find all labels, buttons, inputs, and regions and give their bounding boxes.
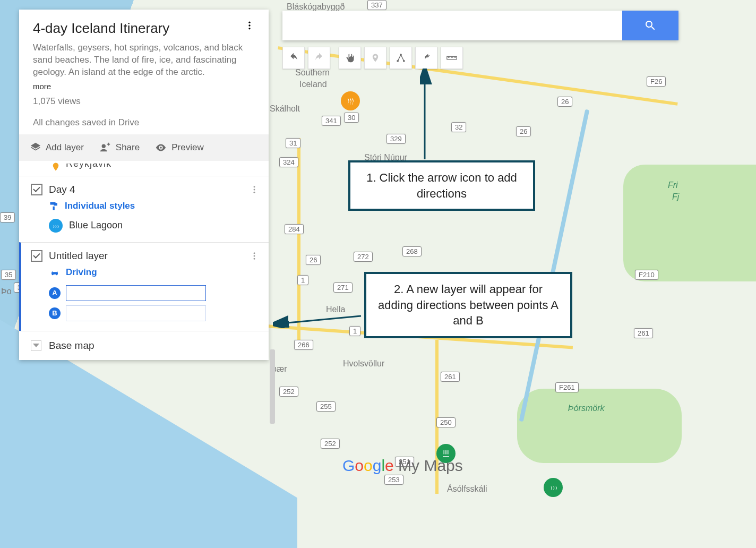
callout-1: 1. Click the arrow icon to add direction… <box>348 160 535 211</box>
callout-2: 2. A new layer will appear for adding di… <box>364 272 572 338</box>
svg-line-16 <box>276 316 361 324</box>
